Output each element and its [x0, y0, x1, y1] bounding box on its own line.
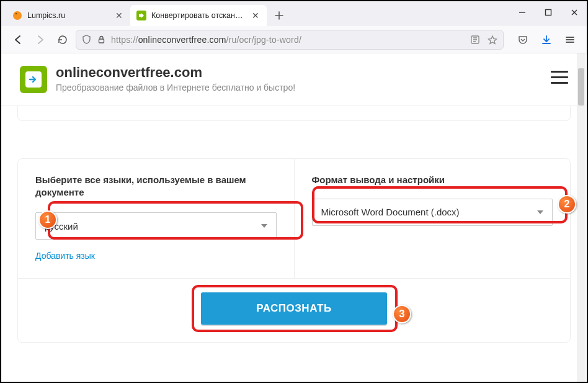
favicon-ocf — [136, 11, 146, 20]
ocr-options-panel: Выберите все языки, используемые в вашем… — [17, 158, 571, 343]
reader-mode-icon[interactable] — [470, 34, 481, 45]
site-name: onlineconvertfree.com — [56, 65, 295, 81]
svg-rect-4 — [99, 39, 104, 43]
pocket-icon[interactable] — [514, 30, 532, 49]
page-content: onlineconvertfree.com Преобразование фай… — [1, 53, 587, 382]
format-label: Формат вывода и настройки — [312, 174, 553, 186]
chevron-down-icon — [537, 210, 543, 214]
nav-forward-button — [31, 30, 50, 49]
add-language-link[interactable]: Добавить язык — [35, 251, 277, 261]
format-column: Формат вывода и настройки Microsoft Word… — [294, 159, 571, 279]
url-text: https://onlineconvertfree.com/ru/ocr/jpg… — [111, 35, 465, 45]
tracking-shield-icon[interactable] — [81, 35, 91, 45]
downloads-icon[interactable] — [537, 30, 556, 49]
address-bar[interactable]: https://onlineconvertfree.com/ru/ocr/jpg… — [76, 30, 504, 50]
new-tab-button[interactable] — [270, 7, 288, 24]
upload-card-bottom — [17, 106, 571, 121]
url-host: onlineconvertfree.com — [138, 35, 226, 45]
site-menu-button[interactable] — [547, 65, 572, 89]
site-tagline: Преобразование файлов в Интернете беспла… — [56, 82, 295, 94]
language-select[interactable]: русский — [35, 212, 277, 240]
site-logo[interactable] — [20, 66, 47, 93]
site-header: onlineconvertfree.com Преобразование фай… — [1, 53, 587, 106]
svg-rect-3 — [546, 10, 551, 16]
format-value: Microsoft Word Document (.docx) — [321, 207, 460, 217]
language-column: Выберите все языки, используемые в вашем… — [18, 159, 294, 279]
vertical-scrollbar[interactable] — [577, 53, 586, 382]
favicon-lumpics — [12, 11, 22, 20]
panel-footer: РАСПОЗНАТЬ 3 — [18, 278, 570, 342]
browser-tabstrip: Lumpics.ru ✕ Конвертировать отсканирован… — [1, 1, 587, 26]
url-scheme: https:// — [111, 35, 138, 45]
chevron-down-icon — [261, 224, 267, 228]
callout-badge-2: 2 — [558, 195, 576, 214]
window-close-icon[interactable] — [568, 6, 581, 19]
recognize-button[interactable]: РАСПОЗНАТЬ — [201, 292, 387, 325]
browser-toolbar: https://onlineconvertfree.com/ru/ocr/jpg… — [1, 26, 587, 53]
close-icon[interactable]: ✕ — [251, 11, 261, 20]
app-menu-icon[interactable] — [561, 30, 579, 49]
format-select[interactable]: Microsoft Word Document (.docx) — [312, 199, 553, 226]
scrollbar-thumb[interactable] — [578, 68, 584, 106]
tab-lumpics[interactable]: Lumpics.ru ✕ — [6, 5, 130, 26]
window-minimize-icon[interactable] — [516, 6, 528, 19]
close-icon[interactable]: ✕ — [114, 11, 124, 20]
tab-title: Lumpics.ru — [27, 11, 109, 20]
url-path: /ru/ocr/jpg-to-word/ — [226, 35, 301, 45]
language-label: Выберите все языки, используемые в вашем… — [35, 174, 277, 199]
svg-point-0 — [13, 11, 22, 20]
callout-badge-3: 3 — [393, 305, 411, 323]
window-maximize-icon[interactable] — [542, 6, 555, 19]
bookmark-star-icon[interactable] — [487, 34, 498, 45]
svg-point-1 — [16, 13, 17, 14]
lock-icon[interactable] — [96, 35, 106, 45]
nav-reload-button[interactable] — [53, 30, 72, 49]
tab-title: Конвертировать отсканирован — [151, 11, 246, 20]
callout-badge-1: 1 — [38, 210, 57, 229]
nav-back-button[interactable] — [9, 30, 27, 49]
tab-onlineconvertfree[interactable]: Конвертировать отсканирован ✕ — [130, 5, 267, 26]
